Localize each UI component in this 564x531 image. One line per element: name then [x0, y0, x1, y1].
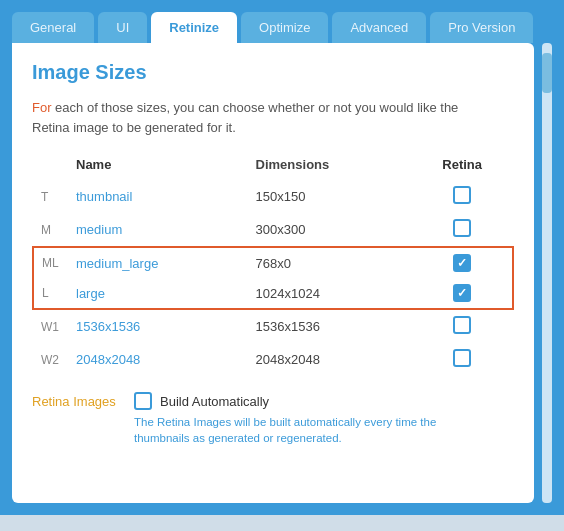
footer-label: Retina Images [32, 392, 122, 409]
row-retina[interactable] [411, 213, 513, 247]
scrollbar[interactable] [542, 43, 552, 503]
row-dimensions: 2048x2048 [248, 343, 412, 376]
tabs-bar: General UI Retinize Optimize Advanced Pr… [0, 0, 564, 43]
row-dimensions: 768x0 [248, 247, 412, 278]
row-code: W1 [33, 309, 68, 343]
scrollbar-thumb[interactable] [542, 53, 552, 93]
description-highlight: For [32, 100, 52, 115]
row-code: L [33, 278, 68, 309]
checkbox-M[interactable] [453, 219, 471, 237]
tab-general[interactable]: General [12, 12, 94, 43]
col-header-name: Name [68, 153, 248, 180]
row-name[interactable]: 1536x1536 [68, 309, 248, 343]
col-header-code [33, 153, 68, 180]
build-automatically-checkbox[interactable] [134, 392, 152, 410]
row-retina[interactable] [411, 343, 513, 376]
checkbox-W2[interactable] [453, 349, 471, 367]
table-row-highlighted: ML medium_large 768x0 [33, 247, 513, 278]
checkbox-L[interactable] [453, 284, 471, 302]
col-header-retina: Retina [411, 153, 513, 180]
table-row: M medium 300x300 [33, 213, 513, 247]
row-code: W2 [33, 343, 68, 376]
build-automatically-label: Build Automatically [160, 394, 269, 409]
checkbox-W1[interactable] [453, 316, 471, 334]
checkbox-T[interactable] [453, 186, 471, 204]
retina-images-footer: Retina Images Build Automatically The Re… [32, 392, 514, 446]
col-header-dimensions: Dimensions [248, 153, 412, 180]
tab-optimize[interactable]: Optimize [241, 12, 328, 43]
row-dimensions: 150x150 [248, 180, 412, 213]
checkbox-ML[interactable] [453, 254, 471, 272]
table-row-highlighted: L large 1024x1024 [33, 278, 513, 309]
footer-right: Build Automatically The Retina Images wi… [134, 392, 454, 446]
table-row: W2 2048x2048 2048x2048 [33, 343, 513, 376]
table-row: W1 1536x1536 1536x1536 [33, 309, 513, 343]
row-dimensions: 1536x1536 [248, 309, 412, 343]
row-name[interactable]: large [68, 278, 248, 309]
tab-ui[interactable]: UI [98, 12, 147, 43]
main-panel: Image Sizes For each of those sizes, you… [12, 43, 534, 503]
row-retina[interactable] [411, 278, 513, 309]
row-dimensions: 300x300 [248, 213, 412, 247]
footer-top: Build Automatically [134, 392, 454, 410]
table-row: T thumbnail 150x150 [33, 180, 513, 213]
image-sizes-table: Name Dimensions Retina T thumbnail 150x1… [32, 153, 514, 376]
row-code: ML [33, 247, 68, 278]
row-retina[interactable] [411, 309, 513, 343]
row-name[interactable]: thumbnail [68, 180, 248, 213]
row-code: M [33, 213, 68, 247]
tab-pro-version[interactable]: Pro Version [430, 12, 533, 43]
row-name[interactable]: medium_large [68, 247, 248, 278]
build-automatically-desc: The Retina Images will be built automati… [134, 414, 454, 446]
row-name[interactable]: medium [68, 213, 248, 247]
row-name[interactable]: 2048x2048 [68, 343, 248, 376]
row-code: T [33, 180, 68, 213]
page-title: Image Sizes [32, 61, 514, 84]
row-dimensions: 1024x1024 [248, 278, 412, 309]
row-retina[interactable] [411, 247, 513, 278]
tab-retinize[interactable]: Retinize [151, 12, 237, 43]
row-retina[interactable] [411, 180, 513, 213]
description: For each of those sizes, you can choose … [32, 98, 514, 137]
tab-advanced[interactable]: Advanced [332, 12, 426, 43]
content-area: Image Sizes For each of those sizes, you… [0, 43, 564, 515]
